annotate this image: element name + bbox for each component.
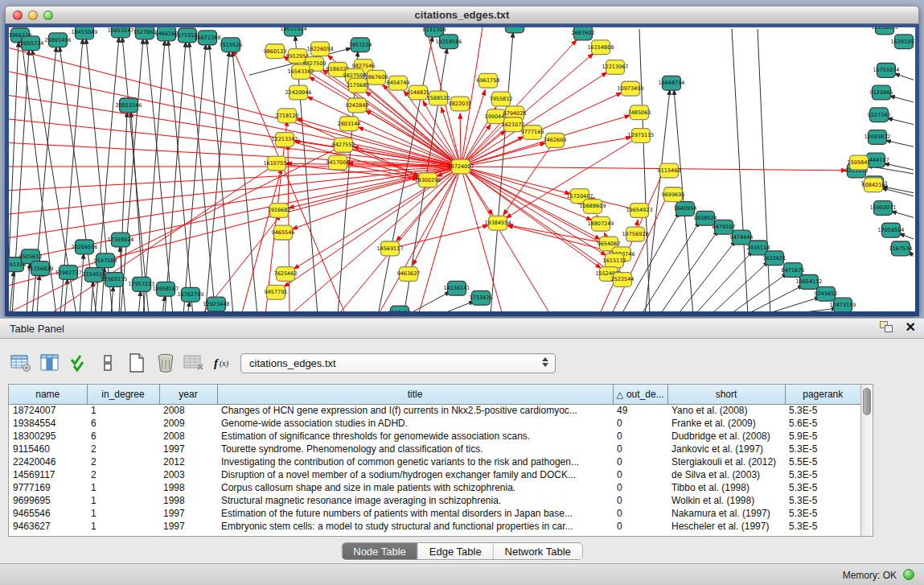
float-panel-icon[interactable]	[880, 321, 894, 334]
network-node-yellow[interactable]: 10688609	[579, 200, 606, 214]
network-node-yellow[interactable]: 10973493	[617, 81, 643, 96]
network-node-yellow[interactable]: 22420046	[285, 85, 311, 100]
network-node-yellow[interactable]: 8427552	[332, 138, 355, 152]
network-node-teal[interactable]: 17016504	[877, 223, 904, 237]
network-node-teal[interactable]: 7515526	[220, 38, 243, 52]
network-node-teal[interactable]: 16648794	[658, 76, 684, 90]
delete-table-icon[interactable]	[182, 351, 207, 375]
network-node-teal[interactable]: 18031924	[280, 27, 306, 36]
tab-network-table[interactable]: Network Table	[494, 543, 582, 559]
network-node-teal[interactable]: 20206556	[71, 240, 97, 254]
network-node-yellow[interactable]: 9417004	[326, 155, 350, 170]
network-node-teal[interactable]: 16846910	[501, 27, 528, 33]
network-node-yellow[interactable]: 9115460	[658, 163, 681, 178]
column-header-title[interactable]: title	[217, 385, 613, 404]
network-node-teal[interactable]: 16291997	[890, 35, 915, 49]
network-canvas[interactable]: 1966724200557242089140618415049106532471…	[9, 27, 915, 311]
network-node-yellow[interactable]: 9457791	[265, 285, 288, 299]
network-node-yellow[interactable]: 19654923	[626, 204, 652, 218]
network-node-yellow[interactable]: 9699695	[662, 187, 685, 202]
network-node-teal[interactable]: 18415049	[71, 27, 97, 39]
network-node-teal[interactable]: 14136141	[443, 281, 470, 295]
network-node-yellow[interactable]: 7955812	[490, 92, 513, 106]
table-row[interactable]: 1830029562008Estimation of significance …	[9, 430, 860, 443]
network-node-yellow[interactable]: 9860123	[264, 44, 287, 59]
network-node-yellow[interactable]: 9242848	[346, 98, 369, 113]
network-node-teal[interactable]: 1640954	[674, 202, 697, 216]
close-panel-icon[interactable]: ✕	[906, 321, 916, 334]
network-node-yellow[interactable]: 16154808	[587, 40, 614, 55]
network-node-teal[interactable]: 12923448	[203, 297, 229, 311]
network-node-yellow[interactable]: 9465546	[272, 225, 295, 240]
network-node-teal[interactable]: 11156829	[27, 262, 53, 276]
network-node-teal[interactable]: 15118675	[871, 27, 897, 35]
table-source-combobox[interactable]: citations_edges.txt	[240, 353, 556, 373]
network-node-teal[interactable]: 2687602	[572, 27, 595, 40]
network-node-yellow[interactable]: 7462669	[544, 134, 567, 148]
network-node-yellow[interactable]: 7485063	[628, 105, 651, 120]
table-row[interactable]: 1872400712008Changes of HCN gene express…	[9, 404, 860, 417]
select-all-icon[interactable]	[66, 351, 92, 375]
network-node-teal[interactable]: 12093872	[864, 130, 890, 145]
new-table-icon[interactable]	[124, 351, 150, 375]
network-node-teal[interactable]: 7957224	[349, 38, 372, 52]
column-header-name[interactable]: name	[9, 385, 87, 404]
tab-edge-table[interactable]: Edge Table	[418, 543, 494, 559]
network-node-yellow[interactable]: 16107554	[263, 156, 290, 171]
table-row[interactable]: 969969511998Structural magnetic resonanc…	[9, 494, 860, 507]
table-row[interactable]: 977716911998Corpus callosum shape and si…	[9, 481, 860, 494]
network-node-yellow[interactable]: 18226058	[306, 42, 333, 56]
network-node-yellow[interactable]: 9463627	[397, 267, 421, 282]
network-node-teal[interactable]: 1733426	[470, 290, 493, 305]
network-node-yellow[interactable]: 8454749	[387, 76, 410, 90]
network-node-teal[interactable]: 9197588	[94, 253, 117, 268]
function-builder-icon[interactable]: f(x)	[211, 351, 236, 375]
network-node-yellow[interactable]: 3175685	[347, 78, 370, 93]
column-header-pagerank[interactable]: pagerank	[785, 385, 860, 404]
table-row[interactable]: 1456911722003Disruption of a novel membe…	[9, 468, 860, 481]
network-node-yellow[interactable]: 14569117	[376, 241, 403, 256]
network-node-yellow[interactable]: 2522544	[611, 273, 634, 287]
column-header-outde[interactable]: △out_de...	[613, 385, 667, 404]
network-node-yellow[interactable]: 1916682	[268, 204, 291, 218]
show-columns-icon[interactable]	[37, 351, 63, 375]
network-node-yellow[interactable]: 12975115	[627, 129, 654, 143]
table-row[interactable]: 946362711997Embryonic stem cells: a mode…	[9, 520, 860, 533]
network-node-yellow[interactable]: 9777169	[521, 126, 544, 140]
network-node-yellow[interactable]: 16543362	[287, 64, 314, 79]
network-node-teal[interactable]: 9227343	[868, 108, 891, 122]
network-node-yellow[interactable]: 1595841	[848, 155, 871, 170]
network-node-yellow[interactable]: 2803144	[338, 117, 361, 131]
table-row[interactable]: 946554611997Estimation of the future num…	[9, 507, 860, 520]
network-node-teal[interactable]: 7632621	[763, 251, 786, 266]
table-scrollbar-thumb[interactable]	[863, 388, 871, 415]
network-node-teal[interactable]: 8132411	[388, 306, 412, 311]
network-node-yellow[interactable]: 12213967	[602, 60, 628, 75]
table-row[interactable]: 1938455462009Genome-wide association stu…	[9, 417, 860, 430]
network-node-teal[interactable]: 20891406	[44, 33, 71, 47]
network-node-teal[interactable]: 12942737	[55, 266, 81, 280]
network-node-teal[interactable]: 12505135	[101, 273, 127, 287]
network-node-teal[interactable]: 6479107	[713, 220, 736, 234]
network-node-yellow[interactable]: 6961758	[477, 73, 500, 88]
network-node-yellow[interactable]: 2718120	[276, 109, 299, 123]
delete-rows-icon[interactable]	[153, 351, 179, 375]
window-titlebar[interactable]: citations_edges.txt	[5, 6, 919, 24]
network-node-teal[interactable]: 17957223	[128, 277, 154, 291]
network-node-teal[interactable]: 17359924	[107, 233, 133, 247]
network-node-teal[interactable]: 1527862	[133, 27, 157, 39]
citation-network-graph[interactable]: 1966724200557242089140618415049106532471…	[9, 27, 915, 311]
network-node-yellow[interactable]: 9822037	[449, 97, 472, 111]
table-row[interactable]: 2242004622012Investigating the contribut…	[9, 455, 860, 468]
network-node-teal[interactable]: 10473159	[829, 298, 856, 311]
network-node-yellow[interactable]: 18807249	[587, 216, 614, 231]
network-node-yellow[interactable]: 18300295	[414, 173, 441, 187]
network-node-teal[interactable]: 19958167	[152, 282, 179, 296]
column-header-year[interactable]: year	[159, 385, 217, 404]
column-header-short[interactable]: short	[667, 385, 785, 404]
table-settings-icon[interactable]	[8, 351, 34, 375]
network-node-yellow[interactable]: 18724007	[447, 159, 474, 174]
column-header-indegree[interactable]: in_degree	[87, 385, 159, 404]
network-node-yellow[interactable]: 19756928	[622, 227, 648, 241]
network-node-teal[interactable]: 16782759	[177, 287, 203, 302]
